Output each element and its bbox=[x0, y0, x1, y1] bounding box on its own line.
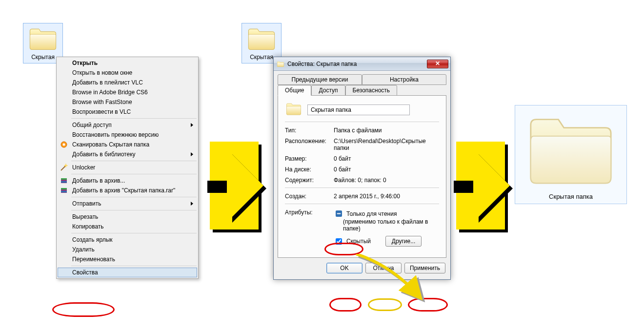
dialog-footer: OK Отмена Применить bbox=[274, 258, 450, 279]
ctx-unlocker[interactable]: Unlocker bbox=[58, 163, 197, 172]
ctx-browse-bridge[interactable]: Browse in Adobe Bridge CS6 bbox=[58, 87, 197, 97]
field-created-label: Создан: bbox=[285, 193, 334, 200]
tab-access[interactable]: Доступ bbox=[311, 85, 345, 96]
ctx-add-library[interactable]: Добавить в библиотеку bbox=[58, 149, 197, 159]
ctx-properties[interactable]: Свойства bbox=[58, 268, 197, 277]
annotation-arrow bbox=[210, 142, 273, 239]
ctx-rename[interactable]: Переименовать bbox=[58, 254, 197, 264]
field-location-value: C:\Users\Rendal\Desktop\Скрытые папки bbox=[334, 138, 439, 151]
desktop-folder-1-label: Скрытая bbox=[25, 53, 60, 61]
folder-icon bbox=[285, 102, 302, 116]
ctx-create-shortcut[interactable]: Создать ярлык bbox=[58, 235, 197, 245]
hidden-checkbox[interactable]: Скрытый bbox=[334, 237, 371, 246]
folder-icon bbox=[277, 61, 284, 67]
cancel-button[interactable]: Отмена bbox=[365, 263, 402, 273]
readonly-note: (применимо только к файлам в папке) bbox=[343, 218, 439, 232]
ctx-open-new-window[interactable]: Открыть в новом окне bbox=[58, 68, 197, 78]
ctx-open[interactable]: Открыть bbox=[58, 58, 197, 68]
dialog-titlebar[interactable]: Свойства: Скрытая папка ✕ bbox=[274, 57, 450, 71]
ctx-add-archive-named[interactable]: Добавить в архив "Скрытая папка.rar" bbox=[58, 186, 197, 195]
others-button[interactable]: Другие... bbox=[385, 236, 422, 247]
ctx-send-to[interactable]: Отправить bbox=[58, 199, 197, 209]
ok-button[interactable]: OK bbox=[326, 263, 362, 273]
dialog-title: Свойства: Скрытая папка bbox=[287, 61, 424, 67]
ctx-sep bbox=[71, 174, 197, 174]
folder-icon bbox=[522, 108, 620, 191]
chevron-right-icon bbox=[191, 202, 193, 206]
tab-pane-general: Тип:Папка с файлами Расположение:C:\User… bbox=[278, 95, 446, 258]
ctx-play-vlc[interactable]: Воспроизвести в VLC bbox=[58, 107, 197, 117]
ctx-sep bbox=[71, 266, 197, 266]
annotation-circle bbox=[408, 298, 448, 312]
ctx-sep bbox=[71, 210, 197, 210]
context-menu: Открыть Открыть в новом окне Добавить в … bbox=[56, 57, 199, 279]
svg-point-1 bbox=[63, 144, 65, 146]
wand-icon bbox=[60, 164, 68, 171]
tab-security[interactable]: Безопасность bbox=[345, 85, 398, 96]
field-type-label: Тип: bbox=[285, 127, 334, 134]
ctx-browse-faststone[interactable]: Browse with FastStone bbox=[58, 97, 197, 107]
ctx-copy[interactable]: Копировать bbox=[58, 222, 197, 231]
ctx-sep bbox=[71, 197, 197, 197]
close-button[interactable]: ✕ bbox=[427, 60, 448, 68]
svg-rect-5 bbox=[61, 181, 67, 183]
field-contains-label: Содержит: bbox=[285, 177, 334, 184]
folder-icon bbox=[26, 25, 60, 52]
ctx-delete[interactable]: Удалить bbox=[58, 245, 197, 254]
ctx-add-archive[interactable]: Добавить в архив... bbox=[58, 176, 197, 186]
readonly-checkbox[interactable]: Только для чтения bbox=[334, 209, 397, 218]
ctx-cut[interactable]: Вырезать bbox=[58, 212, 197, 222]
annotation-circle bbox=[52, 302, 115, 317]
winrar-icon bbox=[60, 177, 68, 185]
ctx-sep bbox=[71, 233, 197, 233]
desktop-folder-hidden-label: Скрытая папка bbox=[518, 192, 624, 201]
svg-rect-8 bbox=[61, 191, 67, 192]
winrar-icon bbox=[60, 187, 68, 194]
tabs-row-top: Предыдущие версии Настройка bbox=[278, 74, 446, 84]
svg-rect-4 bbox=[61, 178, 67, 180]
chevron-right-icon bbox=[191, 152, 193, 156]
field-size-value: 0 байт bbox=[334, 155, 439, 162]
svg-rect-7 bbox=[61, 188, 67, 189]
field-size-label: Размер: bbox=[285, 155, 334, 162]
ctx-share[interactable]: Общий доступ bbox=[58, 120, 197, 130]
field-contains-value: Файлов: 0; папок: 0 bbox=[334, 177, 439, 184]
field-ondisk-value: 0 байт bbox=[334, 166, 439, 173]
ctx-sep bbox=[71, 118, 197, 119]
tab-settings[interactable]: Настройка bbox=[362, 74, 446, 85]
tab-general[interactable]: Общие bbox=[278, 85, 311, 96]
annotation-circle bbox=[329, 298, 362, 312]
apply-button[interactable]: Применить bbox=[404, 263, 445, 273]
chevron-right-icon bbox=[191, 123, 193, 127]
properties-dialog: Свойства: Скрытая папка ✕ Предыдущие вер… bbox=[273, 57, 451, 280]
folder-name-input[interactable] bbox=[307, 104, 410, 115]
ctx-sep bbox=[71, 161, 197, 161]
field-type-value: Папка с файлами bbox=[334, 127, 439, 134]
tab-previous-versions[interactable]: Предыдущие версии bbox=[278, 74, 362, 85]
svg-point-2 bbox=[65, 165, 67, 167]
field-attributes-label: Атрибуты: bbox=[285, 209, 334, 216]
tabs-row-bottom: Общие Доступ Безопасность bbox=[278, 84, 446, 95]
ctx-scan[interactable]: Сканировать Скрытая папка bbox=[58, 140, 197, 149]
readonly-checkbox-input[interactable] bbox=[336, 210, 342, 217]
ctx-restore-previous[interactable]: Восстановить прежнюю версию bbox=[58, 130, 197, 140]
folder-icon bbox=[244, 25, 279, 52]
ctx-add-vlc-playlist[interactable]: Добавить в плейлист VLC bbox=[58, 78, 197, 87]
scan-icon bbox=[60, 141, 68, 148]
annotation-arrow bbox=[456, 142, 520, 239]
annotation-circle bbox=[368, 298, 402, 311]
hidden-checkbox-input[interactable] bbox=[336, 238, 342, 245]
desktop-folder-hidden[interactable]: Скрытая папка bbox=[515, 105, 627, 204]
field-created-value: 2 апреля 2015 г., 9:46:00 bbox=[334, 193, 439, 200]
field-location-label: Расположение: bbox=[285, 138, 334, 145]
field-ondisk-label: На диске: bbox=[285, 166, 334, 173]
